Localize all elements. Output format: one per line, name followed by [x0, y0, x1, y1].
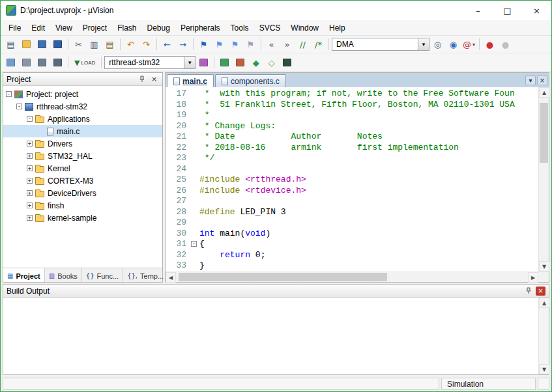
- build-target-button[interactable]: [19, 56, 34, 70]
- panel-tab-func[interactable]: {}Func...: [82, 268, 123, 282]
- open-file-button[interactable]: [19, 38, 34, 51]
- scroll-right-icon[interactable]: ▶: [528, 272, 538, 283]
- navigate-forward-button[interactable]: →: [175, 38, 190, 51]
- scroll-down-icon[interactable]: ▼: [539, 364, 549, 374]
- expand-icon[interactable]: +: [27, 178, 33, 184]
- help-search-button[interactable]: @▾: [461, 38, 476, 51]
- find-combo[interactable]: DMA▾: [332, 38, 429, 51]
- manage-project-items-button[interactable]: [233, 56, 248, 70]
- rebuild-all-button[interactable]: [35, 56, 50, 70]
- expand-icon[interactable]: +: [27, 203, 33, 208]
- collapse-icon[interactable]: -: [6, 91, 12, 97]
- scrollbar-track[interactable]: [176, 272, 528, 282]
- incremental-find-button[interactable]: ◉: [446, 38, 461, 51]
- next-bookmark-button[interactable]: ⚑: [227, 38, 242, 51]
- editor-tab-components-c[interactable]: components.c: [215, 74, 286, 87]
- project-panel-header[interactable]: Project ×: [3, 73, 162, 86]
- maximize-button[interactable]: □: [493, 1, 522, 20]
- menu-help[interactable]: Help: [324, 21, 351, 35]
- menu-tools[interactable]: Tools: [225, 21, 254, 35]
- collapse-icon[interactable]: -: [16, 104, 22, 109]
- scrollbar-thumb[interactable]: [179, 273, 387, 281]
- build-output-header[interactable]: Build Output ×: [3, 285, 549, 298]
- menu-debug[interactable]: Debug: [142, 21, 175, 35]
- outdent-button[interactable]: «: [264, 38, 279, 51]
- redo-button[interactable]: ↷: [139, 38, 154, 51]
- copy-button[interactable]: ▥: [87, 38, 102, 51]
- menu-view[interactable]: View: [50, 21, 78, 35]
- expand-icon[interactable]: +: [27, 190, 33, 196]
- tree-item-finsh[interactable]: +finsh: [3, 199, 162, 212]
- find-in-files-button[interactable]: ◎: [430, 38, 445, 51]
- title-bar[interactable]: D:\project.uvprojx - µVision – □ ×: [1, 1, 551, 20]
- scrollbar-thumb[interactable]: [540, 103, 548, 163]
- scroll-up-icon[interactable]: ▲: [539, 298, 549, 308]
- tree-item-main-c[interactable]: main.c: [3, 125, 162, 137]
- translate-file-button[interactable]: [3, 56, 18, 70]
- tree-item-stm32-hal[interactable]: +STM32_HAL: [3, 150, 162, 162]
- tree-item-drivers[interactable]: +Drivers: [3, 137, 162, 150]
- close-document-icon[interactable]: ×: [537, 76, 547, 85]
- tree-item-devicedrivers[interactable]: +DeviceDrivers: [3, 187, 162, 199]
- fold-collapse-icon[interactable]: -: [191, 241, 197, 247]
- expand-icon[interactable]: +: [27, 165, 33, 171]
- uncomment-selection-button[interactable]: /*: [311, 38, 326, 51]
- save-all-button[interactable]: [50, 38, 65, 51]
- manage-run-time-environment-button[interactable]: [217, 56, 232, 70]
- close-button[interactable]: ×: [522, 1, 551, 20]
- code-editor[interactable]: 17 * with this program; if not, write to…: [166, 87, 538, 272]
- scroll-left-icon[interactable]: ◀: [166, 272, 176, 283]
- expand-icon[interactable]: +: [27, 153, 33, 159]
- panel-tab-temp[interactable]: {},Temp...: [123, 268, 168, 282]
- editor-horizontal-scrollbar[interactable]: ◀ ▶: [166, 272, 549, 282]
- pack-installer-button[interactable]: ◆: [248, 56, 263, 70]
- insert-breakpoint-button[interactable]: ●: [498, 38, 513, 51]
- editor-vertical-scrollbar[interactable]: ▲ ▼: [538, 87, 549, 272]
- paste-button[interactable]: ▤: [102, 38, 117, 51]
- target-combo-dropdown-icon[interactable]: ▾: [184, 57, 195, 68]
- tree-item-kernel[interactable]: +Kernel: [3, 162, 162, 175]
- save-button[interactable]: [35, 38, 50, 51]
- indent-button[interactable]: »: [280, 38, 295, 51]
- undo-button[interactable]: ↶: [123, 38, 138, 51]
- tree-item-cortex-m3[interactable]: +CORTEX-M3: [3, 175, 162, 187]
- tree-item-rtthread-stm32[interactable]: -rtthread-stm32: [3, 100, 162, 113]
- comment-selection-button[interactable]: //: [295, 38, 310, 51]
- debug-session-windows-button[interactable]: [280, 56, 295, 70]
- pin-icon[interactable]: [137, 75, 147, 84]
- menu-file[interactable]: File: [3, 21, 26, 35]
- start-stop-debug-button[interactable]: ●: [482, 38, 497, 51]
- menu-svcs[interactable]: SVCS: [254, 21, 286, 35]
- menu-window[interactable]: Window: [285, 21, 324, 35]
- select-software-packs-button[interactable]: ◇: [264, 56, 279, 70]
- scrollbar-track[interactable]: [539, 98, 549, 261]
- collapse-icon[interactable]: -: [27, 116, 33, 122]
- build-output-content[interactable]: [3, 298, 538, 374]
- minimize-button[interactable]: –: [463, 1, 493, 20]
- menu-edit[interactable]: Edit: [26, 21, 50, 35]
- find-combo-dropdown-icon[interactable]: ▾: [418, 38, 429, 50]
- batch-build-button[interactable]: [50, 56, 65, 70]
- scroll-down-icon[interactable]: ▼: [539, 261, 549, 272]
- close-panel-icon[interactable]: ×: [149, 75, 159, 84]
- menu-flash[interactable]: Flash: [112, 21, 141, 35]
- editor-tab-main-c[interactable]: main.c: [167, 74, 214, 87]
- tree-item-project-project[interactable]: -Project: project: [3, 88, 162, 100]
- download-to-flash-button[interactable]: ▼LOAD: [71, 56, 98, 70]
- menu-peripherals[interactable]: Peripherals: [175, 21, 225, 35]
- pin-icon[interactable]: [523, 287, 533, 296]
- tree-item-applications[interactable]: -Applications: [3, 113, 162, 125]
- tab-list-icon[interactable]: ▾: [525, 76, 536, 85]
- menu-project[interactable]: Project: [78, 21, 112, 35]
- panel-tab-books[interactable]: ▥Books: [45, 268, 82, 282]
- output-vertical-scrollbar[interactable]: ▲ ▼: [538, 298, 549, 374]
- previous-bookmark-button[interactable]: ⚑: [212, 38, 227, 51]
- navigate-back-button[interactable]: ←: [160, 38, 175, 51]
- scrollbar-track[interactable]: [539, 308, 549, 364]
- cut-button[interactable]: ✂: [71, 38, 86, 51]
- expand-icon[interactable]: +: [27, 141, 33, 147]
- panel-tab-project[interactable]: ▦Project: [3, 268, 45, 282]
- expand-icon[interactable]: +: [27, 215, 33, 221]
- insert-bookmark-button[interactable]: ⚑: [196, 38, 211, 51]
- tree-item-kernel-sample[interactable]: +kernel-sample: [3, 212, 162, 224]
